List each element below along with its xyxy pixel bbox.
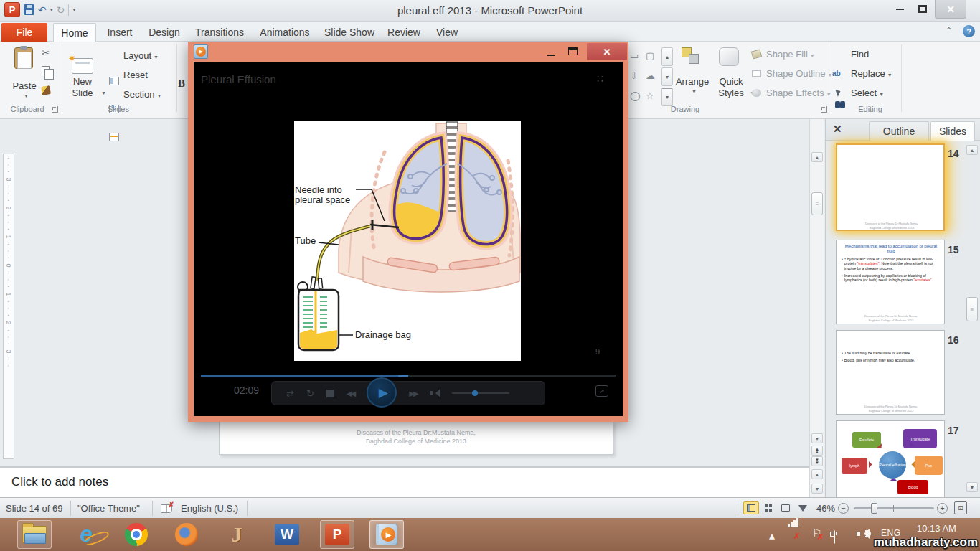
slide-sorter-view-button[interactable] <box>760 501 776 514</box>
tab-design[interactable]: Design <box>142 23 187 42</box>
shape-effects-icon[interactable] <box>752 89 761 97</box>
language-indicator[interactable]: English (U.S.) <box>181 503 238 514</box>
scrollbar-thumb[interactable]: ≡ <box>811 192 823 215</box>
taskbar-explorer-button[interactable] <box>17 520 52 549</box>
notes-scroll-up-icon[interactable]: ▲ <box>811 469 823 479</box>
shapes-gallery-up-icon[interactable]: ▲ <box>661 47 673 66</box>
copy-icon[interactable] <box>42 66 50 75</box>
volume-slider[interactable] <box>452 392 509 394</box>
shape-outline-button[interactable]: Shape Outline▼ <box>766 68 832 79</box>
collapse-ribbon-icon[interactable]: ⌃ <box>946 26 952 35</box>
tab-file[interactable]: File <box>1 23 47 42</box>
fullscreen-icon[interactable]: ∷ <box>597 73 604 85</box>
quick-styles-icon[interactable] <box>719 47 739 66</box>
tab-slides[interactable]: Slides <box>930 121 975 141</box>
thumbnail-slide-14[interactable]: Diseases of the Pleura Dr:Mustafa Nema, … <box>836 143 945 231</box>
shape-effects-button[interactable]: Shape Effects▼ <box>766 88 831 98</box>
find-icon[interactable] <box>835 101 845 108</box>
select-button[interactable]: Select▼ <box>851 88 884 98</box>
arrange-button[interactable]: Arrange <box>670 76 715 87</box>
slide-canvas-fragment[interactable]: Diseases of the Pleura Dr:Mustafa Nema, … <box>219 422 613 455</box>
taskbar-powerpoint-button[interactable]: P <box>320 520 354 549</box>
paste-dropdown-icon[interactable]: ▼ <box>24 93 29 98</box>
thumbnail-slide-15[interactable]: Mechanisms that lead to accumulation of … <box>836 240 945 324</box>
main-scrollbar[interactable]: ▲ ≡ ▼ ▲▲ ▼▼ <box>809 119 824 466</box>
tab-animations[interactable]: Animations <box>253 23 317 42</box>
zoom-level[interactable]: 46% <box>816 503 835 514</box>
stop-icon[interactable] <box>326 390 334 397</box>
player-viewport[interactable]: Pleural Effusion ∷ <box>194 62 623 416</box>
taskbar-media-player-button[interactable]: ▶ <box>369 520 404 549</box>
tab-view[interactable]: View <box>428 23 466 42</box>
zoom-out-icon[interactable]: − <box>838 503 849 514</box>
next-slide-button[interactable]: ▼▼ <box>811 456 823 466</box>
new-slide-dropdown-icon[interactable]: ▼ <box>101 90 106 95</box>
drawing-dialog-launcher-icon[interactable] <box>821 106 827 113</box>
shape-fill-button[interactable]: Shape Fill▼ <box>766 49 815 60</box>
shape-down-arrow-icon[interactable]: ⇩ <box>630 70 638 81</box>
shape-star-icon[interactable]: ☆ <box>646 90 654 101</box>
layout-button[interactable]: Layout▼ <box>123 50 159 61</box>
thumbnail-slide-16[interactable]: •The fluid may be transudate or exudate.… <box>836 330 945 415</box>
tab-outline[interactable]: Outline <box>869 121 929 141</box>
new-slide-icon[interactable] <box>72 58 93 74</box>
panel-scrollbar-thumb[interactable]: ≡ <box>966 297 978 321</box>
quick-styles-line1[interactable]: Quick <box>715 76 748 87</box>
normal-view-button[interactable] <box>743 501 759 514</box>
format-painter-icon[interactable] <box>41 85 51 95</box>
volume-icon[interactable] <box>430 389 440 397</box>
zoom-in-icon[interactable]: + <box>937 503 948 514</box>
select-icon[interactable] <box>835 88 842 96</box>
volume-slider-thumb[interactable] <box>472 390 478 396</box>
taskbar-word-button[interactable]: W <box>270 520 304 549</box>
play-button[interactable]: ▶ <box>367 377 397 408</box>
taskbar-firefox-button[interactable] <box>169 520 204 549</box>
taskbar-downloader-button[interactable]: J <box>220 520 254 549</box>
repeat-icon[interactable]: ↻ <box>306 389 314 398</box>
theme-indicator[interactable]: "Office Theme" <box>77 503 140 514</box>
new-slide-line1[interactable]: New <box>66 76 99 87</box>
notes-pane[interactable]: Click to add notes <box>0 466 809 497</box>
bold-button[interactable]: B <box>178 77 185 90</box>
shape-fill-icon[interactable] <box>751 50 762 60</box>
player-maximize-icon[interactable] <box>565 45 580 57</box>
clipboard-dialog-launcher-icon[interactable] <box>52 106 58 113</box>
rewind-icon[interactable]: ◀◀ <box>347 390 354 397</box>
zoom-slider-track[interactable] <box>854 507 934 509</box>
paste-icon[interactable] <box>14 47 33 69</box>
replace-icon[interactable]: ab <box>832 70 841 77</box>
reading-view-button[interactable] <box>778 501 793 514</box>
new-slide-line2[interactable]: Slide <box>66 88 99 98</box>
layout-icon[interactable] <box>109 77 119 85</box>
arrange-icon[interactable] <box>682 47 700 65</box>
zoom-slider-thumb[interactable] <box>871 503 877 514</box>
fit-to-window-icon[interactable]: ⊡ <box>954 501 967 514</box>
popout-icon[interactable]: ↗ <box>595 385 608 397</box>
shuffle-icon[interactable]: ⇄ <box>286 389 294 398</box>
thumbnail-slide-17[interactable]: Exudate Transudate lymph Pus Blood Pleur… <box>836 420 945 497</box>
notes-scroll-down-icon[interactable]: ▼ <box>811 484 823 494</box>
section-icon[interactable] <box>109 133 119 141</box>
shape-rect-icon[interactable]: ▢ <box>646 50 654 61</box>
panel-scroll-down-icon[interactable]: ▼ <box>966 482 978 492</box>
find-button[interactable]: Find <box>851 49 869 60</box>
shape-rounded-rect-icon[interactable]: ▭ <box>630 50 639 61</box>
arrange-dropdown-icon[interactable]: ▼ <box>692 89 697 94</box>
power-status-icon[interactable] <box>834 531 835 551</box>
help-icon[interactable]: ? <box>963 25 975 37</box>
close-button[interactable]: ✕ <box>935 0 966 19</box>
shapes-gallery-more-icon[interactable]: ▼ <box>661 88 673 106</box>
notes-placeholder[interactable]: Click to add notes <box>11 475 108 489</box>
shape-circle-icon[interactable]: ◯ <box>630 90 641 101</box>
tab-slide-show[interactable]: Slide Show <box>319 23 380 42</box>
notes-scrollbar[interactable]: ▲ ▼ <box>809 466 824 497</box>
scroll-up-icon[interactable]: ▲ <box>811 152 823 162</box>
restore-button[interactable] <box>913 1 933 16</box>
spellcheck-icon[interactable] <box>161 504 172 513</box>
action-center-flag-icon[interactable]: ⚐✗ <box>812 527 821 551</box>
fast-forward-icon[interactable]: ▶▶ <box>409 390 417 397</box>
minimize-button[interactable] <box>890 3 910 16</box>
shape-outline-icon[interactable] <box>752 70 761 77</box>
player-minimize-icon[interactable] <box>544 46 558 57</box>
shape-cloud-icon[interactable]: ☁ <box>646 70 655 81</box>
